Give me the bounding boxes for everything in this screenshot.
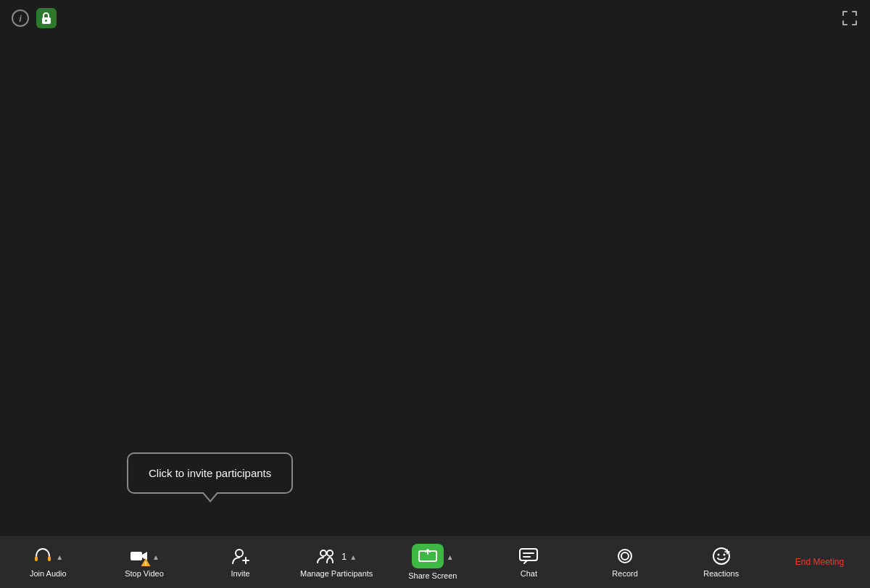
record-label: Record (612, 569, 637, 578)
share-screen-button[interactable]: ▲ Share Screen (385, 539, 481, 584)
join-audio-button[interactable]: ▲ Join Audio (0, 542, 96, 582)
toolbar: ▲ Join Audio ! ▲ Stop Video (0, 536, 870, 588)
manage-participants-label: Manage Participants (300, 569, 373, 578)
participants-chevron[interactable]: ▲ (349, 553, 357, 561)
stop-video-icon-row: ! ▲ (129, 546, 160, 566)
svg-point-16 (621, 552, 629, 560)
svg-rect-3 (48, 556, 51, 561)
video-warning-icon: ! (141, 558, 151, 568)
fullscreen-icon[interactable] (841, 9, 858, 27)
invite-tooltip[interactable]: Click to invite participants (127, 452, 293, 494)
reactions-icon (711, 546, 732, 566)
record-button[interactable]: Record (577, 542, 674, 582)
tooltip-text: Click to invite participants (149, 467, 271, 479)
join-audio-chevron[interactable]: ▲ (56, 553, 63, 561)
stop-video-label: Stop Video (125, 569, 164, 578)
chat-label: Chat (521, 569, 537, 578)
stop-video-button[interactable]: ! ▲ Stop Video (96, 542, 193, 582)
end-meeting-button[interactable]: End Meeting (769, 552, 870, 571)
invite-button[interactable]: Invite (192, 542, 289, 582)
svg-point-19 (723, 554, 725, 556)
share-screen-icon-row: ▲ (412, 544, 454, 568)
chat-icon-row (518, 546, 539, 566)
participants-icon (316, 546, 336, 566)
tooltip-container: Click to invite participants (127, 452, 293, 494)
invite-icon (231, 546, 251, 566)
svg-text:!: ! (145, 560, 147, 567)
svg-point-9 (320, 550, 326, 556)
svg-point-6 (236, 550, 243, 557)
svg-rect-12 (520, 549, 537, 560)
headphone-icon (33, 546, 53, 566)
tooltip-arrow-inner (203, 492, 218, 500)
svg-point-18 (717, 554, 719, 556)
share-screen-icon (418, 548, 437, 564)
svg-rect-2 (35, 556, 38, 561)
participants-count: 1 (341, 551, 347, 562)
info-icon[interactable]: i (12, 9, 29, 27)
end-meeting-label: End Meeting (795, 557, 844, 567)
reactions-icon-row (711, 546, 732, 566)
invite-label: Invite (231, 569, 249, 578)
stop-video-chevron[interactable]: ▲ (152, 553, 160, 561)
top-bar: i (0, 0, 870, 36)
reactions-button[interactable]: Reactions (673, 542, 769, 582)
share-screen-chevron[interactable]: ▲ (447, 553, 454, 561)
video-icon-wrapper: ! (129, 546, 149, 566)
invite-icon-row (231, 546, 251, 566)
chat-button[interactable]: Chat (481, 542, 577, 582)
record-icon-row (615, 546, 635, 566)
join-audio-label: Join Audio (30, 569, 67, 578)
chat-icon (518, 546, 539, 566)
lock-icon[interactable] (36, 8, 57, 28)
manage-participants-button[interactable]: 1 ▲ Manage Participants (289, 542, 385, 582)
record-icon (615, 546, 635, 566)
reactions-label: Reactions (703, 569, 739, 578)
share-screen-bg (412, 544, 444, 568)
svg-point-1 (45, 20, 47, 22)
top-left-icons: i (12, 8, 57, 28)
share-screen-label: Share Screen (408, 571, 457, 580)
svg-point-15 (618, 550, 631, 563)
svg-point-10 (327, 550, 333, 556)
join-audio-icon-row: ▲ (33, 546, 63, 566)
manage-participants-icon-row: 1 ▲ (316, 546, 357, 566)
